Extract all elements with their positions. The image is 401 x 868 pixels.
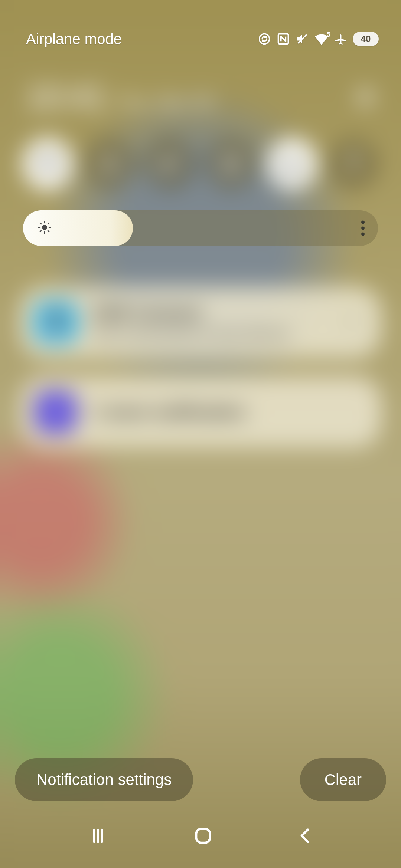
svg-point-0 [260, 34, 270, 44]
svg-line-12 [48, 231, 49, 231]
nfc-icon [276, 32, 290, 46]
svg-line-14 [48, 223, 49, 224]
clear-notifications-button[interactable]: Clear [300, 758, 386, 801]
svg-point-6 [42, 225, 47, 230]
back-icon [296, 826, 315, 845]
network-status-label: Airplane mode [26, 31, 122, 47]
nav-back-button[interactable] [296, 826, 315, 846]
nav-home-button[interactable] [193, 825, 213, 848]
svg-line-13 [40, 231, 41, 231]
navigation-bar [0, 812, 401, 868]
more-vertical-icon [361, 221, 365, 224]
notification-settings-button[interactable]: Notification settings [15, 758, 193, 801]
nav-recents-button[interactable] [86, 826, 110, 846]
mute-icon [296, 32, 309, 46]
battery-indicator: 40 [353, 32, 379, 46]
home-icon [193, 825, 213, 846]
svg-line-11 [40, 223, 41, 224]
brightness-icon [37, 220, 52, 236]
status-bar: Airplane mode 5 40 [0, 0, 401, 56]
status-icons: 5 40 [258, 32, 379, 46]
wifi-band-label: 5 [327, 31, 330, 39]
brightness-slider[interactable] [23, 210, 378, 246]
airplane-icon [334, 32, 348, 46]
wifi-icon: 5 [314, 33, 329, 45]
notification-footer: Notification settings Clear [0, 758, 401, 801]
sync-icon [258, 32, 271, 46]
svg-rect-22 [196, 829, 210, 842]
recents-icon [86, 826, 110, 845]
brightness-more-button[interactable] [361, 221, 365, 236]
